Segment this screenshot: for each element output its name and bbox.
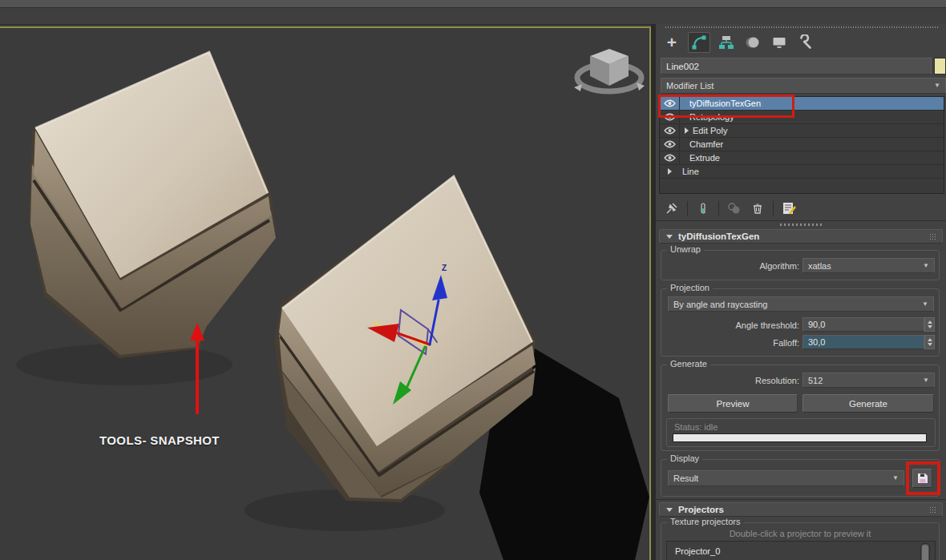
resolution-dropdown[interactable]: 512 ▼ — [802, 373, 935, 388]
visibility-eye-icon[interactable] — [660, 138, 680, 151]
grip-dots-icon — [929, 233, 937, 240]
object-color-swatch[interactable] — [934, 58, 946, 75]
annotation-highlight-modifier — [658, 95, 794, 118]
resolution-value: 512 — [808, 376, 823, 385]
modify-icon — [691, 34, 707, 50]
scrollbar-thumb[interactable] — [922, 545, 928, 560]
modifier-row-extrude[interactable]: Extrude — [660, 151, 944, 165]
stack-toolbar — [659, 197, 944, 220]
modifier-label: Line — [679, 167, 699, 176]
display-mode-dropdown[interactable]: Result ▼ — [668, 470, 904, 486]
expand-arrow-icon[interactable] — [660, 165, 679, 178]
group-label: Texture projectors — [667, 517, 743, 526]
display-icon — [771, 34, 787, 50]
falloff-label: Falloff: — [735, 338, 799, 348]
projector-list-item[interactable]: Projector_0 — [667, 542, 935, 556]
tab-create[interactable]: + — [661, 33, 682, 52]
modifier-row-chamfer[interactable]: Chamfer — [660, 138, 944, 151]
progress-bar — [673, 433, 927, 442]
angle-threshold-label: Angle threshold: — [703, 320, 799, 330]
base-object-row-line[interactable]: Line — [660, 165, 944, 179]
display-mode-value: Result — [673, 473, 698, 483]
viewport-annotation-text: TOOLS- SNAPSHOT — [99, 433, 220, 447]
tab-display[interactable] — [769, 33, 790, 52]
status-text: Status: idle — [674, 422, 718, 432]
expand-arrow-icon[interactable] — [685, 127, 689, 134]
algorithm-label: Algorithm: — [719, 261, 799, 271]
rollout-header-projectors[interactable]: Projectors — [659, 502, 943, 517]
falloff-field[interactable]: 30,0 — [802, 335, 924, 349]
separator — [718, 201, 719, 216]
group-label: Projection — [667, 283, 713, 292]
projector-list: Projector_0 — [666, 541, 936, 560]
falloff-spinner[interactable] — [924, 335, 935, 349]
visibility-eye-icon[interactable] — [660, 124, 680, 137]
configure-modifier-sets-button[interactable] — [781, 200, 797, 216]
group-label: Display — [667, 453, 702, 463]
chevron-down-icon: ▼ — [923, 263, 929, 269]
chevron-down-icon: ▼ — [892, 475, 899, 481]
panel-drag-handle[interactable] — [665, 26, 938, 28]
viewcube[interactable] — [574, 49, 645, 91]
chevron-down-icon: ▼ — [934, 83, 940, 89]
rollout-title: tyDiffusionTexGen — [678, 232, 759, 241]
show-end-result-button[interactable] — [695, 200, 711, 216]
projector-hint-text: Double-click a projector to preview it — [672, 529, 928, 538]
motion-icon — [745, 34, 761, 50]
annotation-highlight-save-button — [906, 461, 940, 495]
modifier-label: Chamfer — [680, 139, 723, 149]
algorithm-dropdown[interactable]: xatlas ▼ — [802, 258, 935, 273]
visibility-eye-icon[interactable] — [660, 151, 680, 164]
projection-mode-value: By angle and raycasting — [673, 300, 767, 309]
separator — [687, 201, 688, 216]
angle-threshold-field[interactable]: 90,0 — [802, 317, 924, 332]
rollout-header-tydiffusiontexgen[interactable]: tyDiffusionTexGen — [659, 229, 943, 244]
command-panel: + — [656, 24, 946, 560]
modifier-label: Extrude — [680, 153, 720, 163]
chevron-down-icon: ▼ — [922, 301, 928, 308]
towel-stack-left[interactable] — [29, 52, 276, 358]
projection-mode-dropdown[interactable]: By angle and raycasting ▼ — [668, 296, 934, 312]
resolution-label: Resolution: — [719, 376, 799, 385]
rollout-divider-dots — [780, 224, 822, 226]
group-label: Generate — [667, 359, 710, 369]
generate-button[interactable]: Generate — [802, 394, 934, 413]
viewport-scene: Z — [0, 28, 649, 560]
hierarchy-icon — [718, 34, 734, 50]
wrench-icon — [798, 34, 814, 50]
object-name-field[interactable]: Line002 — [661, 58, 932, 75]
modifier-label: Edit Poly — [693, 126, 727, 135]
group-label: Unwrap — [667, 244, 704, 254]
separator — [773, 201, 774, 216]
tab-motion[interactable] — [742, 33, 763, 52]
separator — [656, 499, 946, 500]
make-unique-button[interactable] — [726, 200, 742, 216]
command-panel-tabs: + — [657, 30, 943, 54]
remove-modifier-button[interactable] — [750, 200, 766, 216]
tab-hierarchy[interactable] — [716, 33, 737, 52]
tab-modify[interactable] — [688, 32, 710, 53]
collapse-triangle-icon — [666, 508, 673, 512]
preview-button[interactable]: Preview — [668, 394, 798, 413]
pin-stack-button[interactable] — [664, 200, 680, 216]
collapse-triangle-icon — [666, 235, 673, 239]
grip-dots-icon — [929, 506, 937, 513]
tab-utilities[interactable] — [795, 33, 816, 52]
plus-icon: + — [667, 34, 677, 50]
modifier-list-label: Modifier List — [666, 81, 714, 91]
secondary-toolbar-strip — [0, 8, 946, 25]
modifier-row-edit-poly[interactable]: Edit Poly — [660, 124, 944, 138]
angle-threshold-spinner[interactable] — [924, 317, 935, 332]
rollout-title: Projectors — [678, 505, 724, 514]
gizmo-z-label: Z — [442, 264, 447, 272]
projector-list-scrollbar[interactable] — [920, 543, 930, 560]
viewport[interactable]: Z TOOLS- SNAPSHOT — [0, 26, 651, 560]
modifier-list-dropdown[interactable]: Modifier List ▼ — [661, 78, 946, 94]
3dsmax-window: Z TOOLS- SNAPSHOT — [0, 0, 946, 560]
algorithm-value: xatlas — [808, 261, 831, 271]
chevron-down-icon: ▼ — [923, 377, 929, 384]
top-toolbar-strip — [0, 0, 946, 8]
separator — [656, 220, 946, 221]
